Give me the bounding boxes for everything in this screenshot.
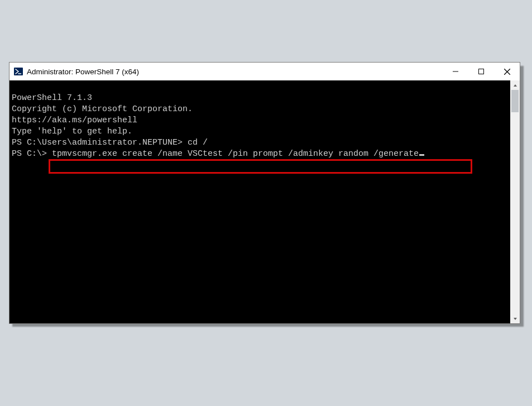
prompt-line: PS C:\> tpmvscmgr.exe create /name VSCte… [12, 149, 510, 160]
cursor [419, 154, 424, 156]
powershell-window: Administrator: PowerShell 7 (x64) PowerS… [9, 62, 520, 324]
output-line: Type 'help' to get help. [12, 126, 510, 137]
prompt-prefix: PS C:\> [12, 149, 52, 159]
prompt-command: cd / [188, 138, 208, 147]
window-title: Administrator: PowerShell 7 (x64) [27, 68, 139, 76]
scroll-down-button[interactable] [510, 314, 520, 323]
close-button[interactable] [494, 63, 520, 80]
prompt-command: tpmvscmgr.exe create /name VSCtest /pin … [52, 149, 419, 159]
scroll-up-button[interactable] [510, 80, 520, 90]
scroll-thumb[interactable] [511, 90, 519, 112]
maximize-button[interactable] [468, 63, 494, 80]
terminal-output[interactable]: PowerShell 7.1.3Copyright (c) Microsoft … [12, 82, 510, 322]
prompt-line: PS C:\Users\administrator.NEPTUNE> cd / [12, 137, 510, 149]
output-line: PowerShell 7.1.3 [12, 93, 510, 104]
svg-rect-3 [479, 69, 484, 74]
minimize-button[interactable] [443, 63, 468, 80]
powershell-icon [14, 67, 23, 76]
terminal-client-area: PowerShell 7.1.3Copyright (c) Microsoft … [9, 80, 520, 323]
window-controls [443, 63, 520, 80]
titlebar[interactable]: Administrator: PowerShell 7 (x64) [9, 63, 520, 80]
output-line: https://aka.ms/powershell [12, 115, 510, 126]
scroll-track[interactable] [510, 90, 520, 314]
output-line: Copyright (c) Microsoft Corporation. [12, 104, 510, 115]
vertical-scrollbar[interactable] [510, 80, 520, 323]
prompt-prefix: PS C:\Users\administrator.NEPTUNE> [12, 138, 188, 147]
